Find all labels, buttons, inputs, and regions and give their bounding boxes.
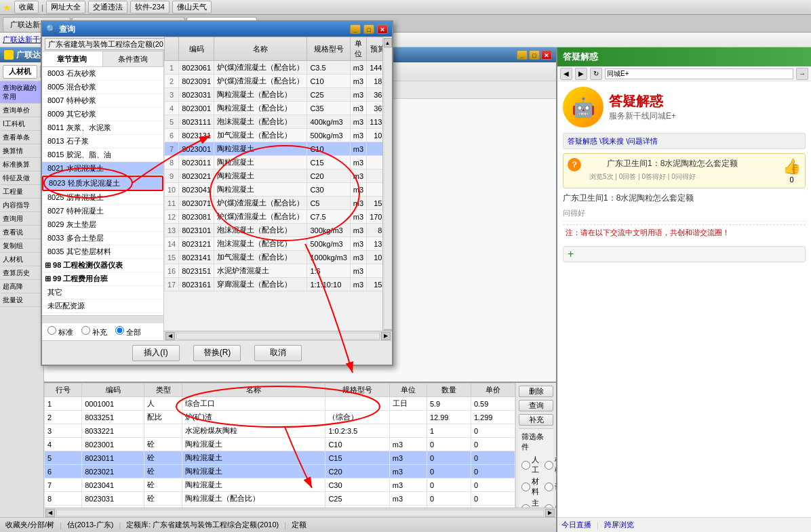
radio-all[interactable]: 全部: [115, 326, 141, 337]
v-scroll-track[interactable]: [384, 49, 391, 328]
dialog-table-row[interactable]: 12 8023081 炉(煤)渣混凝土（配合比） C7.5 m3 170.31: [165, 210, 393, 224]
sidebar-favorites[interactable]: 查询收藏的常用: [0, 81, 43, 104]
sidebar-history[interactable]: 查算历史: [0, 266, 43, 280]
scroll-right-btn[interactable]: ▶: [545, 509, 555, 517]
dialog-table-row[interactable]: 17 8023161 穿廊混凝土（配合比） 1:1:10:10 m3 157.1: [165, 278, 393, 291]
scroll-track[interactable]: [56, 510, 544, 516]
nav-item[interactable]: 网址大全: [46, 1, 85, 14]
bottom-table-row[interactable]: 2 8033251 配比 炉(矿)渣 （综合） 12.99 1.299: [45, 411, 515, 424]
tree-item-8035[interactable]: 8035 其它垫层材料: [42, 245, 163, 259]
maximize-btn[interactable]: □: [529, 50, 540, 60]
radio-all-input[interactable]: [115, 326, 124, 335]
tree-item-8033[interactable]: 8033 多合土垫层: [42, 232, 163, 245]
tree-item-8023[interactable]: 8023 轻质水泥混凝土: [42, 176, 163, 191]
h-scrollbar[interactable]: ◀ ▶: [164, 331, 392, 340]
dialog-table-row[interactable]: 8 8023011 陶粒混凝土 C15 m3 0: [165, 156, 393, 169]
bottom-table-row[interactable]: 4 8023001 砼 陶粒混凝土 C10 m3 0 0: [45, 438, 515, 451]
add-btn[interactable]: 补充: [519, 414, 553, 426]
tree-item-8009[interactable]: 8009 其它砂浆: [42, 108, 163, 121]
tree-content[interactable]: 8003 石灰砂浆 8005 混合砂浆 8007 特种砂浆 8009 其它砂浆 …: [42, 67, 163, 315]
bottom-table-row[interactable]: 6 8023021 砼 陶粒混凝土 C20 m3 0 0: [45, 465, 515, 478]
qa-refresh-btn[interactable]: ↻: [590, 68, 602, 80]
favorites-item[interactable]: 收藏: [14, 1, 39, 14]
filter-cailiao[interactable]: 材料: [521, 476, 539, 497]
radio-buchong[interactable]: 补充: [81, 326, 107, 337]
bottom-table-row[interactable]: 1 0001001 人 综合工口 工日 5.9 0.59: [45, 397, 515, 411]
sidebar-view-single[interactable]: 查看单条: [0, 131, 43, 144]
tree-item-8025[interactable]: 8025 沥青混凝土: [42, 191, 163, 205]
tree-item-8007[interactable]: 8007 特种砂浆: [42, 94, 163, 108]
qa-go-btn[interactable]: →: [796, 68, 808, 80]
tree-item-8003[interactable]: 8003 石灰砂浆: [42, 67, 163, 81]
sidebar-batch[interactable]: 批量设: [0, 293, 43, 307]
filter-suo[interactable]: 所: [545, 498, 556, 508]
filter-zhucai[interactable]: 主材: [521, 498, 539, 508]
dialog-table-row[interactable]: 7 8023001 陶粒混凝土 C10 m3 0: [165, 142, 393, 156]
dialog-table-row[interactable]: 14 8023121 泡沫混凝土（配合比） 500kg/m3 m3 139.4: [165, 237, 393, 251]
h-scroll-track[interactable]: [176, 333, 380, 340]
bottom-table-row[interactable]: 5 8023011 砼 陶粒混凝土 C15 m3 0 0: [45, 451, 515, 465]
dialog-table-row[interactable]: 16 8023151 水泥炉渣混凝土 1:6 m3 0: [165, 264, 393, 278]
tree-item-8011[interactable]: 8011 灰浆、水泥浆: [42, 121, 163, 135]
qa-nav-link[interactable]: 答疑解惑 \我来搜 \问题详情: [563, 133, 806, 149]
insert-btn[interactable]: 插入(I): [132, 345, 180, 361]
dialog-close-btn[interactable]: ✕: [377, 24, 388, 34]
radio-standard-input[interactable]: [47, 326, 56, 335]
tree-item-qita[interactable]: 其它: [42, 286, 163, 300]
radio-she[interactable]: [545, 483, 553, 491]
replace-btn[interactable]: 替换(R): [193, 345, 241, 361]
scroll-left-btn[interactable]: ◀: [45, 509, 55, 517]
filter-jixie[interactable]: 机械: [545, 455, 556, 475]
tree-item-8013[interactable]: 8013 石子浆: [42, 135, 163, 148]
filter-rengong[interactable]: 人工: [521, 455, 539, 475]
library-dropdown[interactable]: 广东省建筑与装饰工程综合定额(201: [45, 38, 180, 50]
dialog-table-row[interactable]: 2 8023091 炉(煤)渣混凝土（配合比） C10 m3 182.8: [165, 75, 393, 88]
tab-chapter[interactable]: 章节查询: [42, 52, 103, 66]
tree-item-8015[interactable]: 8015 胶泥、脂、油: [42, 148, 163, 162]
tree-scrollbar[interactable]: [42, 315, 163, 323]
qa-content[interactable]: 🤖 答疑解惑 服务新干线同城E+ 答疑解惑 \我来搜 \问题详情 ？ 👍: [557, 81, 811, 517]
thumb-up-icon[interactable]: 👍: [783, 158, 801, 176]
qa-today-live[interactable]: 今日直播: [561, 520, 591, 530]
sidebar-content-guide[interactable]: 内容指导: [0, 199, 43, 212]
sidebar-features[interactable]: 特征及做: [0, 171, 43, 185]
sidebar-view-desc[interactable]: 查看说: [0, 226, 43, 239]
h-scroll-left-btn[interactable]: ◀: [165, 332, 175, 340]
sidebar-copy-group[interactable]: 复制组: [0, 239, 43, 253]
dialog-table-row[interactable]: 6 8023131 加气混凝土（配合比） 500kg/m3 m3 106.1: [165, 129, 393, 142]
tab-condition[interactable]: 条件查询: [103, 52, 164, 66]
qa-address-bar[interactable]: [605, 68, 793, 79]
dialog-table-row[interactable]: 10 8023041 陶粒混凝土 C30 m3 0: [165, 183, 393, 197]
radio-standard[interactable]: 标准: [47, 326, 73, 337]
minimize-btn[interactable]: _: [517, 50, 528, 60]
h-scroll-right-btn[interactable]: ▶: [381, 332, 391, 340]
sidebar-igongji[interactable]: I工科机: [0, 117, 43, 131]
radio-buchong-input[interactable]: [81, 326, 90, 335]
filter-she[interactable]: 设: [545, 476, 556, 497]
nav-item-software[interactable]: 软件-234: [130, 1, 170, 14]
query-btn[interactable]: 查询: [519, 400, 553, 411]
data-scrollbar[interactable]: ▲ ▼: [382, 37, 392, 340]
qa-cross-screen[interactable]: 跨屏浏览: [604, 520, 634, 530]
menu-tab-rencai[interactable]: 人材机: [3, 65, 37, 79]
sidebar-rencaiji[interactable]: 人材机: [0, 253, 43, 266]
data-table-container[interactable]: 编码 名称 规格型号 单位 预算价 1 8023061 炉(煤)渣混凝土（配合比…: [164, 37, 392, 340]
nav-item-weather[interactable]: 佛山天气: [172, 1, 212, 14]
dialog-table-row[interactable]: 4 8023001 陶粒混凝土（配合比） C35 m3 361.5: [165, 102, 393, 115]
dialog-maximize-btn[interactable]: □: [363, 24, 374, 34]
radio-rengong[interactable]: [521, 461, 530, 470]
tree-item-unmatched[interactable]: 未匹配资源: [42, 300, 163, 313]
sidebar-query-use[interactable]: 查询用: [0, 212, 43, 226]
dialog-table-row[interactable]: 9 8023021 陶粒混凝土 C20 m3 0: [165, 169, 393, 183]
nav-item-traffic[interactable]: 交通违法: [88, 1, 127, 14]
sidebar-standard-convert[interactable]: 标准换算: [0, 158, 43, 171]
dialog-table-row[interactable]: 13 8023101 泡沫混凝土（配合比） 300kg/m3 m3 81.7: [165, 224, 393, 237]
dialog-table-row[interactable]: 15 8023141 加气混凝土（配合比） 1000kg/m3 m3 108.0: [165, 251, 393, 264]
radio-jixie[interactable]: [545, 461, 553, 470]
dialog-table-row[interactable]: 3 8023031 陶粒混凝土（配合比） C25 m3 363.8: [165, 88, 393, 102]
sidebar-extra[interactable]: 超高降: [0, 280, 43, 293]
bottom-table-row[interactable]: 3 8033221 水泥粉煤灰陶粒 1:0.2:3.5 1 0: [45, 424, 515, 438]
tree-item-8021[interactable]: 8021 水泥混凝土: [42, 162, 163, 176]
tree-item-99[interactable]: ⊞ 99 工程费用台班: [42, 272, 163, 286]
dialog-table-row[interactable]: 1 8023061 炉(煤)渣混凝土（配合比） C3.5 m3 144.21: [165, 61, 393, 75]
